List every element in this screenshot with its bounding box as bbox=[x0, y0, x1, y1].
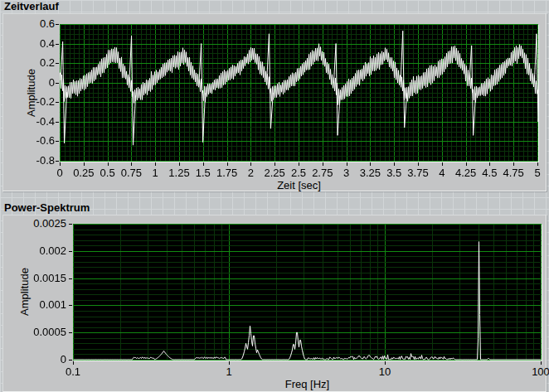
y-tick-mark bbox=[56, 141, 59, 142]
y-tick-mark bbox=[56, 63, 59, 64]
x-tick-mark bbox=[442, 162, 443, 166]
y-tick-mark bbox=[69, 251, 72, 252]
zeitverlauf-title: Zeitverlauf bbox=[4, 1, 59, 12]
x-tick-mark bbox=[418, 162, 419, 166]
x-tick-mark bbox=[229, 361, 230, 365]
x-tick-mark bbox=[108, 162, 109, 166]
x-tick-mark bbox=[155, 162, 156, 166]
y-tick-mark bbox=[56, 83, 59, 84]
time-plot-canvas bbox=[60, 24, 538, 162]
x-tick-mark bbox=[370, 162, 371, 166]
y-tick-mark bbox=[69, 360, 72, 361]
spec-y-axis-label: Amplitude bbox=[19, 254, 31, 329]
y-tick-label: 0 bbox=[3, 354, 66, 365]
y-tick-label: -0.8 bbox=[3, 155, 55, 167]
y-tick-label: -0.6 bbox=[3, 135, 55, 147]
x-tick-mark bbox=[131, 162, 132, 166]
y-tick-label: 0.6 bbox=[3, 18, 55, 30]
y-tick-label: 0.0025 bbox=[3, 218, 66, 230]
x-tick-mark bbox=[250, 162, 251, 166]
x-tick-mark bbox=[84, 162, 85, 166]
x-tick-mark bbox=[513, 162, 514, 166]
x-tick-mark bbox=[466, 162, 467, 166]
x-tick-mark bbox=[179, 162, 180, 166]
zeitverlauf-graph-panel: Amplitude Zeit [sec] 0.60.40.20-0.2-0.4-… bbox=[2, 13, 547, 191]
x-tick-mark bbox=[227, 162, 228, 166]
x-tick-label: 10 bbox=[367, 366, 403, 378]
y-tick-label: -0.4 bbox=[3, 116, 55, 128]
y-tick-label: 0 bbox=[3, 77, 55, 89]
y-tick-label: 0.2 bbox=[3, 57, 55, 69]
x-tick-mark bbox=[489, 162, 490, 166]
time-x-axis-label: Zeit [sec] bbox=[60, 180, 538, 191]
spec-x-axis-label: Freq [Hz] bbox=[73, 379, 542, 390]
power-spektrum-title: Power-Spektrum bbox=[4, 202, 90, 214]
x-tick-mark bbox=[73, 361, 74, 365]
y-tick-mark bbox=[69, 305, 72, 306]
y-tick-mark bbox=[56, 102, 59, 103]
y-tick-mark bbox=[69, 224, 72, 225]
x-tick-mark bbox=[394, 162, 395, 166]
x-tick-mark bbox=[274, 162, 275, 166]
y-tick-mark bbox=[56, 161, 59, 162]
x-tick-mark bbox=[299, 162, 299, 166]
spec-plot-canvas bbox=[73, 224, 542, 361]
y-tick-mark bbox=[56, 122, 59, 123]
x-tick-label: 5 bbox=[521, 167, 549, 179]
y-tick-label: 0.0005 bbox=[3, 327, 66, 338]
x-tick-mark bbox=[60, 162, 61, 166]
x-tick-mark bbox=[347, 162, 347, 166]
y-tick-mark bbox=[56, 44, 59, 45]
y-tick-label: 0.001 bbox=[3, 299, 66, 311]
x-tick-label: 100 bbox=[522, 366, 549, 378]
x-tick-mark bbox=[537, 162, 538, 166]
y-tick-label: 0.0015 bbox=[3, 273, 66, 284]
x-tick-mark bbox=[323, 162, 323, 166]
y-tick-label: 0.4 bbox=[3, 38, 55, 50]
x-tick-mark bbox=[203, 162, 204, 166]
x-tick-mark bbox=[385, 361, 386, 365]
power-spektrum-graph-panel: Amplitude Freq [Hz] 0.00250.0020.00150.0… bbox=[2, 215, 547, 392]
y-tick-mark bbox=[56, 24, 59, 25]
x-tick-label: 0.1 bbox=[55, 366, 91, 378]
y-tick-label: -0.2 bbox=[3, 96, 55, 108]
labview-front-panel: { "chart_data": [ { "type": "line", "tit… bbox=[0, 0, 549, 392]
x-tick-mark bbox=[541, 361, 542, 365]
y-tick-mark bbox=[69, 278, 72, 279]
y-tick-mark bbox=[69, 332, 72, 333]
y-tick-label: 0.002 bbox=[3, 245, 66, 257]
x-tick-label: 1 bbox=[211, 366, 247, 378]
